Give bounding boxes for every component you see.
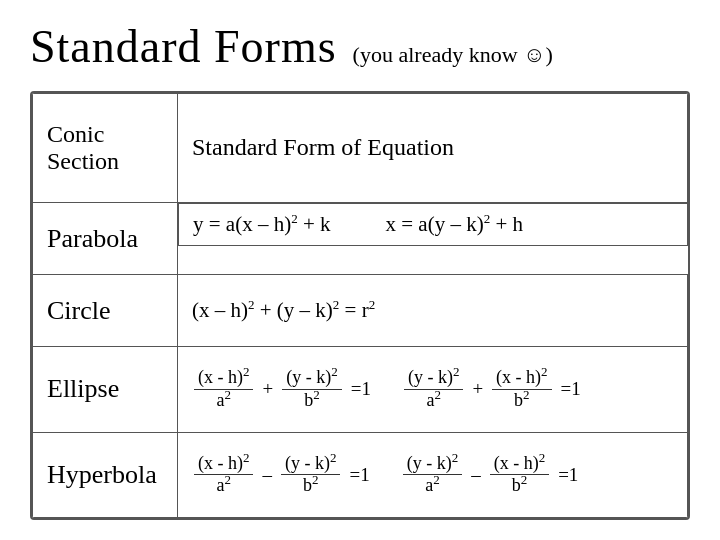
header-row: Conic Section Standard Form of Equation — [33, 94, 688, 203]
hyperbola-equation: (x - h)2 a2 – (y - k)2 b2 =1 — [178, 432, 688, 517]
header-col1: Conic Section — [33, 94, 178, 203]
parabola-label: Parabola — [33, 202, 178, 274]
table-wrapper: Conic Section Standard Form of Equation … — [30, 91, 690, 520]
ellipse-equation: (x - h)2 a2 + (y - k)2 b2 =1 — [178, 347, 688, 432]
ellipse-row: Ellipse (x - h)2 a2 + (y — [33, 347, 688, 432]
title-row: Standard Forms (you already know ☺) — [30, 20, 690, 73]
smiley: ☺) — [523, 42, 553, 67]
header-col2: Standard Form of Equation — [178, 94, 688, 203]
circle-equation: (x – h)2 + (y – k)2 = r2 — [178, 275, 688, 347]
hyperbola-label: Hyperbola — [33, 432, 178, 517]
circle-label: Circle — [33, 275, 178, 347]
page: Standard Forms (you already know ☺) Coni… — [0, 0, 720, 540]
main-table: Conic Section Standard Form of Equation … — [32, 93, 688, 518]
subtitle: (you already know ☺) — [353, 42, 553, 68]
circle-row: Circle (x – h)2 + (y – k)2 = r2 — [33, 275, 688, 347]
main-title: Standard Forms — [30, 20, 337, 73]
ellipse-label: Ellipse — [33, 347, 178, 432]
parabola-equation: y = a(x – h)2 + k x = a(y – k)2 + h — [178, 203, 688, 246]
hyperbola-row: Hyperbola (x - h)2 a2 – ( — [33, 432, 688, 517]
parabola-row: Parabola y = a(x – h)2 + k x = a(y – k)2… — [33, 202, 688, 274]
